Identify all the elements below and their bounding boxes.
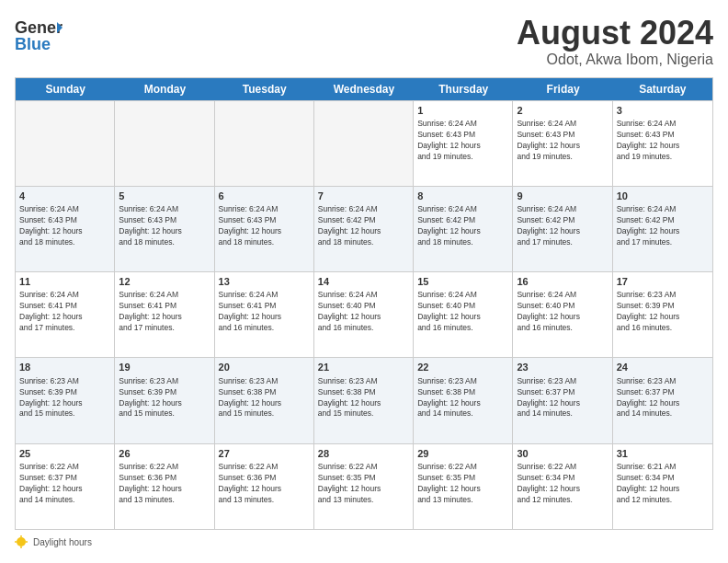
- day-cell-2-6: 17Sunrise: 6:23 AM Sunset: 6:39 PM Dayli…: [613, 272, 712, 357]
- day-info: Sunrise: 6:23 AM Sunset: 6:39 PM Dayligh…: [119, 376, 210, 420]
- day-info: Sunrise: 6:24 AM Sunset: 6:41 PM Dayligh…: [19, 290, 110, 334]
- day-info: Sunrise: 6:23 AM Sunset: 6:38 PM Dayligh…: [318, 376, 409, 420]
- day-info: Sunrise: 6:24 AM Sunset: 6:42 PM Dayligh…: [617, 204, 709, 248]
- day-info: Sunrise: 6:21 AM Sunset: 6:34 PM Dayligh…: [617, 462, 709, 506]
- week-row-3: 11Sunrise: 6:24 AM Sunset: 6:41 PM Dayli…: [16, 271, 712, 357]
- day-cell-0-4: 1Sunrise: 6:24 AM Sunset: 6:43 PM Daylig…: [414, 101, 513, 186]
- day-number: 26: [119, 447, 210, 460]
- logo: General Blue: [15, 15, 63, 57]
- day-cell-4-0: 25Sunrise: 6:22 AM Sunset: 6:37 PM Dayli…: [16, 444, 115, 529]
- day-cell-4-4: 29Sunrise: 6:22 AM Sunset: 6:35 PM Dayli…: [414, 444, 513, 529]
- day-info: Sunrise: 6:24 AM Sunset: 6:40 PM Dayligh…: [517, 290, 608, 334]
- day-number: 27: [219, 447, 310, 460]
- header-wednesday: Wednesday: [314, 78, 414, 100]
- day-cell-1-3: 7Sunrise: 6:24 AM Sunset: 6:42 PM Daylig…: [314, 187, 414, 271]
- day-number: 28: [318, 447, 409, 460]
- day-cell-0-2: [215, 101, 314, 186]
- header-saturday: Saturday: [613, 78, 712, 100]
- day-info: Sunrise: 6:23 AM Sunset: 6:39 PM Dayligh…: [19, 376, 110, 420]
- week-row-4: 18Sunrise: 6:23 AM Sunset: 6:39 PM Dayli…: [16, 357, 712, 442]
- day-info: Sunrise: 6:24 AM Sunset: 6:43 PM Dayligh…: [119, 204, 210, 248]
- day-info: Sunrise: 6:22 AM Sunset: 6:35 PM Dayligh…: [417, 462, 508, 506]
- day-cell-3-6: 24Sunrise: 6:23 AM Sunset: 6:37 PM Dayli…: [613, 358, 712, 442]
- day-number: 15: [417, 275, 508, 288]
- day-info: Sunrise: 6:22 AM Sunset: 6:34 PM Dayligh…: [517, 462, 608, 506]
- day-cell-3-3: 21Sunrise: 6:23 AM Sunset: 6:38 PM Dayli…: [314, 358, 414, 442]
- day-number: 11: [19, 275, 110, 288]
- day-number: 22: [417, 361, 508, 373]
- day-number: 19: [119, 361, 210, 373]
- day-cell-0-5: 2Sunrise: 6:24 AM Sunset: 6:43 PM Daylig…: [513, 101, 612, 186]
- header-tuesday: Tuesday: [215, 78, 314, 100]
- day-cell-0-6: 3Sunrise: 6:24 AM Sunset: 6:43 PM Daylig…: [613, 101, 712, 186]
- calendar-body: 1Sunrise: 6:24 AM Sunset: 6:43 PM Daylig…: [16, 100, 712, 529]
- day-number: 2: [517, 104, 608, 117]
- day-cell-4-5: 30Sunrise: 6:22 AM Sunset: 6:34 PM Dayli…: [513, 444, 612, 529]
- logo-icon: General Blue: [15, 15, 63, 53]
- header-monday: Monday: [115, 78, 214, 100]
- day-info: Sunrise: 6:22 AM Sunset: 6:36 PM Dayligh…: [119, 462, 210, 506]
- day-info: Sunrise: 6:24 AM Sunset: 6:42 PM Dayligh…: [417, 204, 508, 248]
- day-number: 18: [19, 361, 110, 373]
- day-info: Sunrise: 6:22 AM Sunset: 6:36 PM Dayligh…: [219, 462, 310, 506]
- day-cell-4-1: 26Sunrise: 6:22 AM Sunset: 6:36 PM Dayli…: [115, 444, 214, 529]
- page-subtitle: Odot, Akwa Ibom, Nigeria: [517, 52, 713, 68]
- day-number: 23: [517, 361, 608, 373]
- day-info: Sunrise: 6:24 AM Sunset: 6:41 PM Dayligh…: [219, 290, 310, 334]
- day-cell-3-0: 18Sunrise: 6:23 AM Sunset: 6:39 PM Dayli…: [16, 358, 115, 442]
- day-cell-4-3: 28Sunrise: 6:22 AM Sunset: 6:35 PM Dayli…: [314, 444, 414, 529]
- day-info: Sunrise: 6:23 AM Sunset: 6:39 PM Dayligh…: [617, 290, 709, 334]
- svg-text:General: General: [15, 18, 63, 37]
- day-number: 31: [617, 447, 709, 460]
- day-cell-1-0: 4Sunrise: 6:24 AM Sunset: 6:43 PM Daylig…: [16, 187, 115, 271]
- day-cell-4-2: 27Sunrise: 6:22 AM Sunset: 6:36 PM Dayli…: [215, 444, 314, 529]
- day-cell-2-5: 16Sunrise: 6:24 AM Sunset: 6:40 PM Dayli…: [513, 272, 612, 357]
- day-cell-1-5: 9Sunrise: 6:24 AM Sunset: 6:42 PM Daylig…: [513, 187, 612, 271]
- day-number: 24: [617, 361, 709, 373]
- day-number: 1: [417, 104, 508, 117]
- day-headers: Sunday Monday Tuesday Wednesday Thursday…: [16, 78, 712, 100]
- day-number: 10: [617, 190, 709, 202]
- day-info: Sunrise: 6:24 AM Sunset: 6:42 PM Dayligh…: [517, 204, 608, 248]
- day-number: 9: [517, 190, 608, 202]
- day-info: Sunrise: 6:22 AM Sunset: 6:35 PM Dayligh…: [318, 462, 409, 506]
- day-info: Sunrise: 6:24 AM Sunset: 6:40 PM Dayligh…: [417, 290, 508, 334]
- day-number: 7: [318, 190, 409, 202]
- calendar: Sunday Monday Tuesday Wednesday Thursday…: [15, 77, 713, 530]
- day-cell-2-2: 13Sunrise: 6:24 AM Sunset: 6:41 PM Dayli…: [215, 272, 314, 357]
- day-cell-3-2: 20Sunrise: 6:23 AM Sunset: 6:38 PM Dayli…: [215, 358, 314, 442]
- day-number: 21: [318, 361, 409, 373]
- day-number: 8: [417, 190, 508, 202]
- page: General Blue August 2024 Odot, Akwa Ibom…: [0, 0, 728, 563]
- svg-point-3: [17, 537, 26, 546]
- day-number: 20: [219, 361, 310, 373]
- day-info: Sunrise: 6:24 AM Sunset: 6:43 PM Dayligh…: [517, 119, 608, 163]
- day-cell-2-1: 12Sunrise: 6:24 AM Sunset: 6:41 PM Dayli…: [115, 272, 214, 357]
- day-number: 16: [517, 275, 608, 288]
- sun-icon: [15, 535, 28, 548]
- day-cell-3-4: 22Sunrise: 6:23 AM Sunset: 6:38 PM Dayli…: [414, 358, 513, 442]
- header: General Blue August 2024 Odot, Akwa Ibom…: [15, 15, 713, 68]
- day-info: Sunrise: 6:24 AM Sunset: 6:43 PM Dayligh…: [617, 119, 709, 163]
- day-cell-2-4: 15Sunrise: 6:24 AM Sunset: 6:40 PM Dayli…: [414, 272, 513, 357]
- day-number: 30: [517, 447, 608, 460]
- day-cell-2-0: 11Sunrise: 6:24 AM Sunset: 6:41 PM Dayli…: [16, 272, 115, 357]
- day-cell-0-3: [314, 101, 414, 186]
- page-title: August 2024: [517, 15, 713, 52]
- day-info: Sunrise: 6:24 AM Sunset: 6:41 PM Dayligh…: [119, 290, 210, 334]
- day-number: 12: [119, 275, 210, 288]
- day-number: 4: [19, 190, 110, 202]
- day-cell-3-5: 23Sunrise: 6:23 AM Sunset: 6:37 PM Dayli…: [513, 358, 612, 442]
- svg-text:Blue: Blue: [15, 35, 51, 53]
- legend: Daylight hours: [15, 535, 713, 548]
- day-info: Sunrise: 6:24 AM Sunset: 6:43 PM Dayligh…: [19, 204, 110, 248]
- day-cell-3-1: 19Sunrise: 6:23 AM Sunset: 6:39 PM Dayli…: [115, 358, 214, 442]
- day-cell-1-4: 8Sunrise: 6:24 AM Sunset: 6:42 PM Daylig…: [414, 187, 513, 271]
- legend-text: Daylight hours: [33, 537, 92, 547]
- day-cell-4-6: 31Sunrise: 6:21 AM Sunset: 6:34 PM Dayli…: [613, 444, 712, 529]
- week-row-5: 25Sunrise: 6:22 AM Sunset: 6:37 PM Dayli…: [16, 443, 712, 529]
- day-info: Sunrise: 6:23 AM Sunset: 6:38 PM Dayligh…: [417, 376, 508, 420]
- day-cell-1-2: 6Sunrise: 6:24 AM Sunset: 6:43 PM Daylig…: [215, 187, 314, 271]
- day-info: Sunrise: 6:24 AM Sunset: 6:42 PM Dayligh…: [318, 204, 409, 248]
- day-number: 6: [219, 190, 310, 202]
